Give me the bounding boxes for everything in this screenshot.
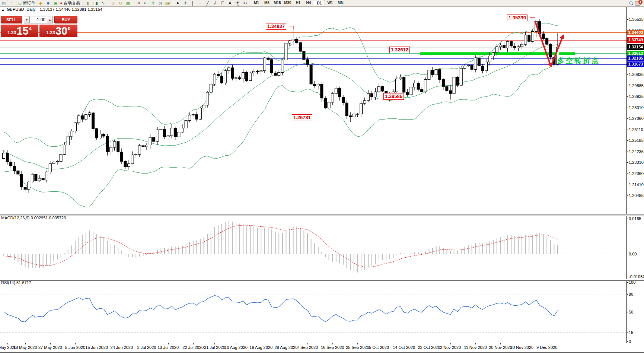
price-badge: 1.31673 [627, 61, 644, 67]
sell-button[interactable]: SELL [1, 16, 22, 23]
channel-tool-icon[interactable]: ⫽ [211, 0, 219, 6]
candle-body [263, 58, 266, 71]
timeframe-MN[interactable]: MN [335, 0, 346, 6]
candle-body [163, 129, 166, 137]
templates-icon[interactable]: ▨▾ [164, 0, 172, 6]
window-bottom-edge [0, 352, 644, 353]
rsi-panel[interactable] [0, 294, 627, 333]
price-annotation[interactable]: 1.35399 [507, 15, 527, 21]
horizontal-line-tool-icon[interactable]: ─ [197, 0, 204, 6]
candle-body [363, 101, 366, 104]
zoom-out-icon[interactable]: ⊖ [117, 0, 124, 6]
indicators-icon[interactable]: ✚ [149, 0, 157, 6]
price-annotation[interactable]: 1.32612 [389, 47, 410, 53]
line-chart-icon[interactable]: ∿ [99, 0, 107, 6]
price-axis[interactable]: 1.355351.345851.336351.326851.317351.308… [627, 6, 644, 343]
collapse-arrow-icon[interactable]: ▲ [1, 8, 4, 12]
buy-price-display[interactable]: 1.33 30 0 [39, 25, 77, 37]
candle-body [192, 115, 194, 115]
timeframe-M30[interactable]: M30 [283, 0, 293, 6]
bar-chart-icon[interactable]: ꞁꞁ [85, 0, 92, 6]
candle-body [17, 171, 19, 174]
auto-trading-button[interactable]: ● 自动交易 [59, 0, 82, 6]
candle-body [342, 97, 345, 103]
timeframe-M5[interactable]: M5 [262, 0, 272, 6]
price-tick-label: 1.28010 [629, 105, 644, 110]
price-annotation[interactable]: 1.28586 [383, 93, 404, 100]
candle-body [481, 66, 484, 71]
price-badge: 1.32185 [627, 55, 644, 61]
sell-price-display[interactable]: 1.33 15 4 [1, 25, 38, 37]
notifications-button[interactable]: 1 [635, 0, 642, 6]
timeframe-W1[interactable]: W1 [325, 0, 335, 6]
search-icon[interactable] [628, 0, 635, 6]
price-tick-label: 1.26110 [629, 127, 643, 132]
candle-body [138, 146, 141, 155]
volume-decrease-button[interactable]: ▼ [24, 16, 30, 23]
new-chart-icon[interactable]: ▤ [0, 0, 7, 6]
cursor-tool-icon[interactable]: ➤ [174, 0, 182, 6]
candle-body [60, 155, 62, 162]
auto-scroll-icon[interactable]: ⇥ [134, 0, 142, 6]
expert-advisor-icon[interactable]: ◆ [37, 0, 44, 6]
candle-body [181, 128, 184, 132]
candle-body [338, 88, 341, 97]
chart-title: ▲ GBPUSD-,Daily 1.33137 1.34446 1.32891 … [1, 7, 102, 12]
crosshair-tool-icon[interactable]: ✛ [182, 0, 189, 6]
trend-note[interactable]: 多空转折点 [557, 56, 600, 66]
macd-panel-separator[interactable] [0, 214, 644, 216]
candlestick-chart-icon[interactable]: ▯▮ [92, 0, 99, 6]
periods-icon[interactable]: ◷ [157, 0, 164, 6]
text-label-tool-icon[interactable]: T [234, 0, 241, 6]
rsi-panel-separator[interactable] [0, 279, 644, 281]
candle-body [521, 44, 523, 47]
chart-preview-icon[interactable]: ◔ [7, 0, 15, 6]
candle-body [310, 65, 312, 84]
candle-body [374, 92, 377, 97]
rsi-value: 51.6717 [16, 280, 31, 285]
macd-panel[interactable] [0, 221, 627, 273]
text-tool-icon[interactable]: A [226, 0, 234, 6]
macd-values: 0.002951 0.005723 [31, 216, 66, 220]
timeframe-H4[interactable]: H4 [303, 0, 314, 6]
candle-body [231, 68, 234, 78]
timeframe-D1[interactable]: D1 [314, 0, 325, 6]
one-click-trading-panel: SELL ▼ ▲ BUY 1.33 15 4 1.33 30 0 [1, 16, 77, 37]
sell-price-pips: 15 [16, 26, 28, 36]
macd-label: MACD(12,26,9) 0.002951 0.005723 [1, 216, 66, 220]
signal-icon[interactable]: ◉ [52, 0, 59, 6]
zoom-in-icon[interactable]: ⊕ [109, 0, 117, 6]
candle-body [271, 60, 273, 73]
date-label: 18 May 2020 [13, 345, 37, 350]
timeframe-M1[interactable]: M1 [251, 0, 262, 6]
date-label: 3 Jul 2020 [137, 345, 156, 350]
tile-windows-icon[interactable]: ▦ [124, 0, 132, 6]
trendline-tool-icon[interactable]: ╱ [204, 0, 211, 6]
arrows-tool-icon[interactable]: ✦▾ [241, 0, 249, 6]
date-label: 2 Nov 2020 [440, 345, 461, 350]
volume-increase-button[interactable]: ▲ [47, 16, 53, 23]
volume-input[interactable] [30, 16, 47, 23]
timeframe-M15[interactable]: M15 [272, 0, 283, 6]
main-chart-area[interactable] [0, 18, 627, 207]
chart-canvas[interactable] [0, 0, 644, 353]
axis-tick-mark [627, 140, 628, 141]
price-annotation[interactable]: 1.26781 [292, 114, 312, 121]
timeframe-H1[interactable]: H1 [293, 0, 303, 6]
candle-body [174, 128, 176, 137]
candle-body [381, 86, 384, 91]
profile-icon[interactable]: ☻ [44, 0, 52, 6]
vertical-line-tool-icon[interactable]: │ [189, 0, 197, 6]
new-order-button[interactable]: ⊞ 新订单 [17, 0, 37, 6]
date-axis[interactable]: May 202018 May 202027 May 20205 Jun 2020… [0, 344, 644, 352]
chart-shift-icon[interactable]: ⇤ [142, 0, 149, 6]
price-badge: 1.33749 [627, 37, 644, 43]
candle-body [170, 128, 173, 136]
toolbar-separator [108, 1, 108, 6]
fibonacci-tool-icon[interactable]: F [219, 0, 226, 6]
buy-button[interactable]: BUY [54, 16, 77, 23]
macd-tick-label: -0.010571 [629, 274, 644, 279]
price-annotation[interactable]: 1.34837 [266, 23, 286, 30]
date-label: 23 Oct 2020 [418, 345, 440, 350]
trend-arrow[interactable] [535, 21, 551, 66]
